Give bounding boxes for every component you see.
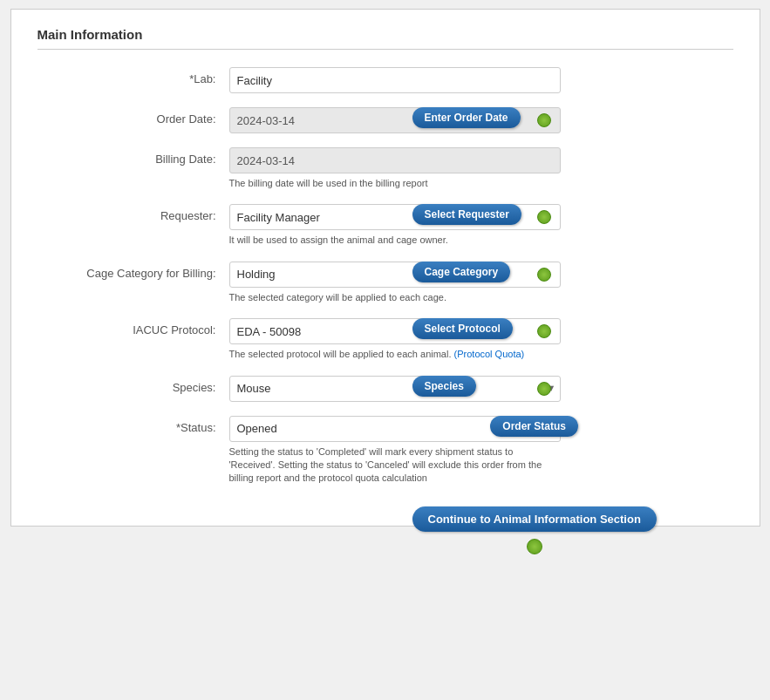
enter-order-date-button[interactable]: Enter Order Date [412,107,521,128]
billing-date-hint: The billing date will be used in the bil… [229,177,561,190]
order-date-row: Order Date: Enter Order Date [37,107,733,133]
continue-section: Continue to Animal Information Section [412,506,657,554]
requester-label: Requester: [37,204,229,222]
main-form-container: Main Information *Lab: Order Date: Enter… [10,9,760,527]
species-button[interactable]: Species [412,376,476,397]
status-button-group: Order Status Continue to Animal Informat… [412,416,657,554]
select-requester-button[interactable]: Select Requester [412,204,521,225]
species-field: Mouse Rat Rabbit Guinea Pig ▼ [229,376,561,402]
cage-category-label: Cage Category for Billing: [37,262,229,280]
iacuc-protocol-row: IACUC Protocol: The selected protocol wi… [37,318,733,361]
order-status-button[interactable]: Order Status [490,416,578,437]
cage-category-input[interactable] [229,262,561,288]
requester-hint: It will be used to assign the animal and… [229,234,561,247]
lab-row: *Lab: [37,67,733,93]
species-select-wrapper: Mouse Rat Rabbit Guinea Pig ▼ [229,376,561,402]
lab-field [229,67,561,93]
species-row: Species: Mouse Rat Rabbit Guinea Pig ▼ S… [37,376,733,402]
select-protocol-button[interactable]: Select Protocol [412,318,513,339]
iacuc-protocol-label: IACUC Protocol: [37,318,229,336]
billing-date-field: The billing date will be used in the bil… [229,147,561,190]
lab-input[interactable] [229,67,561,93]
cage-category-connector [537,268,551,282]
cage-category-hint: The selected category will be applied to… [229,291,561,304]
iacuc-protocol-connector [537,324,551,338]
continue-connector [527,539,542,554]
lab-label: *Lab: [37,67,229,85]
billing-date-input[interactable] [229,147,561,173]
protocol-quota-link[interactable]: (Protocol Quota) [454,349,525,359]
continue-connector-circle [527,539,542,554]
iacuc-protocol-hint: The selected protocol will be applied to… [229,348,561,361]
species-label: Species: [37,376,229,394]
section-title: Main Information [37,27,733,50]
billing-date-label: Billing Date: [37,147,229,166]
requester-connector [537,210,551,224]
continue-button[interactable]: Continue to Animal Information Section [412,506,657,532]
cage-category-button[interactable]: Cage Category [412,262,511,282]
cage-category-row: Cage Category for Billing: The selected … [37,262,733,304]
species-select[interactable]: Mouse Rat Rabbit Guinea Pig [229,376,561,402]
species-connector [537,382,551,396]
order-date-label: Order Date: [37,107,229,126]
status-row: *Status: Setting the status to 'Complete… [37,416,733,486]
cage-category-field: The selected category will be applied to… [229,262,561,304]
requester-row: Requester: It will be used to assign the… [37,204,733,247]
status-label: *Status: [37,416,229,434]
order-date-connector [537,113,551,127]
billing-date-row: Billing Date: The billing date will be u… [37,147,733,190]
